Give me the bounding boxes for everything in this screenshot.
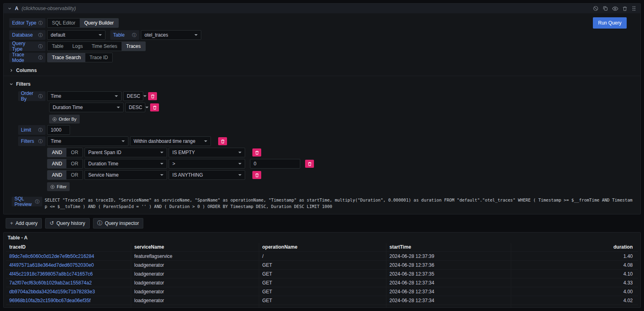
chevron-right-icon (9, 68, 13, 72)
column-header-duration[interactable]: duration (511, 243, 638, 252)
remove-filter-button[interactable] (252, 148, 261, 157)
filter-field-select[interactable]: Service Name (85, 170, 167, 180)
remove-filter-button[interactable] (218, 137, 227, 145)
trash-icon[interactable] (622, 6, 627, 11)
duplicate-icon[interactable] (603, 6, 608, 11)
info-icon[interactable]: ⓘ (38, 94, 43, 99)
remove-order-by-button[interactable] (150, 103, 159, 111)
remove-filter-button[interactable] (305, 160, 314, 168)
eye-icon[interactable] (612, 6, 618, 12)
chevron-down-icon (122, 140, 125, 142)
conjunction-switch: AND OR (47, 170, 83, 180)
order-by-field-select[interactable]: Time (47, 91, 122, 101)
plus-icon: + (10, 220, 13, 226)
operation-name-cell: GET (259, 278, 386, 287)
start-time-cell: 2024-06-28 12:37:35 (386, 270, 511, 278)
sql-editor-option[interactable]: SQL Editor (47, 19, 80, 27)
column-header-traceid[interactable]: traceID (6, 243, 131, 252)
database-select[interactable]: default (47, 30, 105, 40)
order-by-row: Duration Time DESC (4, 103, 640, 112)
duration-cell: 1.40 (511, 252, 638, 261)
trace-id-link[interactable]: 96968b10fa2b2c1590bc67dea06ef35f (9, 298, 91, 303)
table-select[interactable]: otel_traces (141, 30, 201, 40)
info-icon[interactable]: ⓘ (132, 33, 136, 37)
info-icon[interactable]: ⓘ (38, 21, 43, 25)
add-filter-row: Filter (4, 182, 640, 191)
filters-section-header[interactable]: Filters (4, 78, 640, 90)
trace-id-link[interactable]: 4f497571a618e364ed7ded60752030e0 (9, 262, 94, 268)
plus-circle-icon (52, 117, 57, 122)
and-option[interactable]: AND (47, 171, 66, 179)
query-type-logs[interactable]: Logs (68, 42, 87, 51)
filter-operator-select[interactable]: Within dashboard time range (130, 136, 211, 146)
trace-id-link[interactable]: db9704a2bbda34204d159c71b78283e3 (9, 289, 95, 295)
filter-operator-select[interactable]: > (169, 159, 245, 169)
filter-operator-select[interactable]: IS ANYTHING (169, 170, 245, 180)
service-name-cell: loadgenerator (131, 296, 259, 305)
or-option[interactable]: OR (66, 159, 83, 168)
trace-search-option[interactable]: Trace Search (47, 53, 85, 62)
query-type-time-series[interactable]: Time Series (87, 42, 122, 51)
order-by-row: Order By ⓘ Time DESC (4, 91, 640, 101)
chevron-down-icon (238, 174, 242, 176)
conjunction-switch: AND OR (47, 159, 83, 169)
remove-order-by-button[interactable] (148, 92, 157, 100)
order-by-field-select[interactable]: Duration Time (49, 103, 124, 112)
service-name-cell: loadgenerator (131, 287, 259, 296)
query-ref-letter: A (15, 6, 19, 11)
limit-input[interactable] (47, 125, 70, 135)
columns-section-header[interactable]: Columns (4, 65, 640, 76)
query-history-button[interactable]: ↺ Query history (45, 218, 89, 229)
trash-icon (255, 173, 259, 177)
chevron-down-icon (9, 82, 13, 86)
filter-operator-select[interactable]: IS EMPTY (169, 148, 245, 157)
info-icon[interactable]: ⓘ (38, 44, 43, 49)
panel-title[interactable]: Table - A (4, 233, 640, 243)
collapse-chevron-icon[interactable] (8, 6, 12, 10)
filter-field-select[interactable]: Parent Span ID (85, 148, 167, 157)
trace-id-link[interactable]: 89dc7e8c6060c0d12de7e9b50c216284 (9, 253, 94, 259)
column-header-operationname[interactable]: operationName (259, 243, 386, 252)
or-option[interactable]: OR (66, 171, 83, 179)
query-inspector-button[interactable]: ⓘ Query inspector (93, 218, 144, 229)
order-by-direction-select[interactable]: DESC (125, 103, 145, 112)
trace-id-link[interactable]: 4f45c21918c73698057a8b1c741657c6 (9, 271, 93, 277)
query-type-table[interactable]: Table (47, 42, 68, 51)
table-header-row: traceID serviceName operationName startT… (6, 243, 638, 252)
trace-id-option[interactable]: Trace ID (85, 53, 113, 62)
info-icon[interactable]: ⓘ (35, 200, 39, 204)
info-icon[interactable]: ⓘ (38, 139, 43, 144)
info-icon[interactable]: ⓘ (38, 33, 43, 37)
info-icon[interactable]: ⓘ (38, 128, 43, 132)
drag-handle-icon[interactable] (632, 6, 636, 11)
trace-id-link[interactable]: 1887794f7eaa6037d0e2a4579bcd7acb (9, 307, 93, 307)
table-container: traceID serviceName operationName startT… (4, 243, 640, 307)
add-filter-button[interactable]: Filter (47, 182, 70, 191)
filter-value-input[interactable] (250, 159, 300, 169)
table-row: 4f45c21918c73698057a8b1c741657c6 loadgen… (6, 270, 638, 278)
table-row: 89dc7e8c6060c0d12de7e9b50c216284 feature… (6, 252, 638, 261)
order-by-direction-select[interactable]: DESC (123, 91, 143, 101)
disable-icon[interactable] (593, 6, 599, 11)
info-icon[interactable]: ⓘ (38, 56, 43, 60)
column-header-servicename[interactable]: serviceName (131, 243, 259, 252)
trace-id-link[interactable]: 7a2f07ecf63c60b1029ab2ac155874a2 (9, 280, 92, 286)
query-row-header[interactable]: A (clickhouse-observability) (4, 4, 640, 13)
query-type-traces[interactable]: Traces (122, 42, 145, 51)
add-query-button[interactable]: + Add query (6, 218, 42, 229)
plus-circle-icon (50, 185, 55, 189)
add-order-by-button[interactable]: Order By (49, 115, 80, 124)
query-builder-option[interactable]: Query Builder (80, 19, 118, 27)
sql-preview-row: SQL Preview ⓘ SELECT "TraceId" as traceI… (4, 197, 640, 210)
filter-field-select[interactable]: Time (47, 136, 128, 146)
chevron-down-icon (143, 95, 147, 97)
and-option[interactable]: AND (47, 159, 66, 168)
filter-field-select[interactable]: Duration Time (85, 159, 167, 169)
chevron-down-icon (160, 163, 163, 165)
remove-filter-button[interactable] (252, 171, 261, 179)
and-option[interactable]: AND (47, 148, 66, 157)
run-query-button[interactable]: Run Query (593, 17, 627, 29)
or-option[interactable]: OR (66, 148, 83, 157)
column-header-starttime[interactable]: startTime (386, 243, 511, 252)
service-name-cell: loadgenerator (131, 278, 259, 287)
